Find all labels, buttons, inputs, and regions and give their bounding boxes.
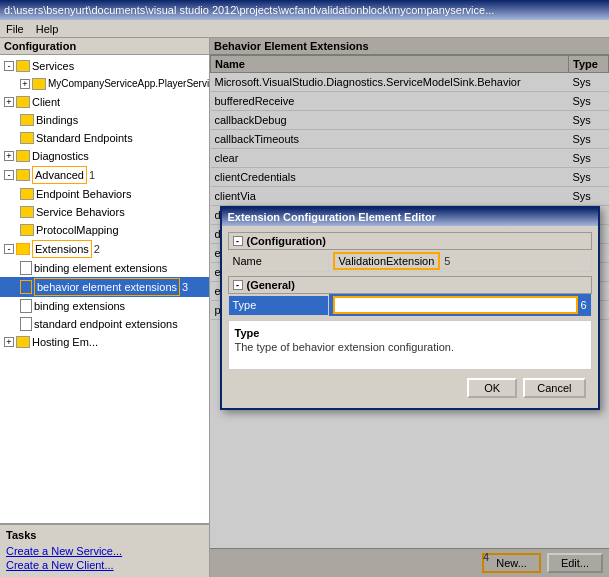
dialog-overlay: Extension Configuration Element Editor -… xyxy=(210,38,609,577)
file-icon-standardendpointext xyxy=(20,317,32,331)
tree-label-client: Client xyxy=(32,94,60,110)
badge-2: 2 xyxy=(94,241,100,257)
tree-endpointbehaviors[interactable]: Endpoint Behaviors xyxy=(0,185,209,203)
tree-label-bindingelements: binding element extensions xyxy=(34,260,167,276)
dialog: Extension Configuration Element Editor -… xyxy=(220,206,600,410)
expand-advanced[interactable]: - xyxy=(4,170,14,180)
tasks-panel: Tasks Create a New Service... Create a N… xyxy=(0,523,209,577)
expand-playerservice[interactable]: + xyxy=(20,79,30,89)
left-panel: Configuration - Services + MyCompanyServ… xyxy=(0,38,210,577)
tree-bindingelements[interactable]: binding element extensions xyxy=(0,259,209,277)
tree-label-bindingext: binding extensions xyxy=(34,298,125,314)
description-text: The type of behavior extension configura… xyxy=(235,341,585,353)
file-icon-bindingext xyxy=(20,299,32,313)
config-section-label: (Configuration) xyxy=(247,235,326,247)
expand-general[interactable]: - xyxy=(233,280,243,290)
expand-hostingenv[interactable]: + xyxy=(4,337,14,347)
right-panel: Behavior Element Extensions Name Type Mi… xyxy=(210,38,609,577)
folder-icon-servicebehaviors xyxy=(20,206,34,218)
expand-services[interactable]: - xyxy=(4,61,14,71)
menu-help[interactable]: Help xyxy=(34,23,61,35)
prop-type-label: Type xyxy=(229,296,329,315)
tree-label-behaviorelements: behavior element extensions xyxy=(34,278,180,296)
ok-button[interactable]: OK xyxy=(467,378,517,398)
tree-label-standardendpoints: Standard Endpoints xyxy=(36,130,133,146)
window: d:\users\bsenyurt\documents\visual studi… xyxy=(0,0,609,577)
folder-icon-standardendpoints xyxy=(20,132,34,144)
badge-1: 1 xyxy=(89,167,95,183)
tree-servicebehaviors[interactable]: Service Behaviors xyxy=(0,203,209,221)
prop-name-row: Name ValidationExtension 5 xyxy=(228,252,592,272)
prop-name-value: ValidationExtension 5 xyxy=(329,250,591,272)
expand-extensions[interactable]: - xyxy=(4,244,14,254)
tree-client[interactable]: + Client xyxy=(0,93,209,111)
menu-bar: File Help xyxy=(0,20,609,38)
tree-protocolmapping[interactable]: ProtocolMapping xyxy=(0,221,209,239)
general-section-label: (General) xyxy=(247,279,295,291)
tree-label-standardendpointext: standard endpoint extensions xyxy=(34,316,178,332)
file-icon-bindingelements xyxy=(20,261,32,275)
type-input[interactable] xyxy=(333,296,579,314)
tree-label-bindings: Bindings xyxy=(36,112,78,128)
tree-advanced[interactable]: - Advanced 1 xyxy=(0,165,209,185)
prop-name-label: Name xyxy=(229,252,329,271)
tasks-title: Tasks xyxy=(6,529,203,541)
description-title: Type xyxy=(235,327,585,339)
folder-icon-advanced xyxy=(16,169,30,181)
dialog-title: Extension Configuration Element Editor xyxy=(222,208,598,226)
cancel-button[interactable]: Cancel xyxy=(523,378,585,398)
tree-label-hostingenv: Hosting Em... xyxy=(32,334,98,350)
title-text: d:\users\bsenyurt\documents\visual studi… xyxy=(4,4,605,16)
folder-icon-services xyxy=(16,60,30,72)
title-bar: d:\users\bsenyurt\documents\visual studi… xyxy=(0,0,609,20)
prop-type-value[interactable]: 6 xyxy=(329,294,591,316)
create-client-link[interactable]: Create a New Client... xyxy=(6,559,203,571)
tree-hostingenv[interactable]: + Hosting Em... xyxy=(0,333,209,351)
tree-area: - Services + MyCompanyServiceApp.PlayerS… xyxy=(0,55,209,523)
tree-label-advanced: Advanced xyxy=(32,166,87,184)
prop-type-row: Type 6 xyxy=(228,296,592,316)
validation-ext-badge: ValidationExtension xyxy=(333,252,441,270)
config-panel-title: Configuration xyxy=(0,38,209,55)
dialog-buttons: OK Cancel xyxy=(228,374,592,402)
expand-client[interactable]: + xyxy=(4,97,14,107)
description-area: Type The type of behavior extension conf… xyxy=(228,320,592,370)
folder-icon-diagnostics xyxy=(16,150,30,162)
expand-diagnostics[interactable]: + xyxy=(4,151,14,161)
tree-label-services: Services xyxy=(32,58,74,74)
folder-icon-bindings xyxy=(20,114,34,126)
tree-label-extensions: Extensions xyxy=(32,240,92,258)
config-section-header: - (Configuration) xyxy=(228,232,592,250)
tree-services[interactable]: - Services xyxy=(0,57,209,75)
badge-5: 5 xyxy=(444,255,450,267)
folder-icon-extensions xyxy=(16,243,30,255)
folder-icon-playerservice xyxy=(32,78,46,90)
folder-icon-endpointbehaviors xyxy=(20,188,34,200)
tree-label-protocolmapping: ProtocolMapping xyxy=(36,222,119,238)
folder-icon-protocolmapping xyxy=(20,224,34,236)
tree-label-endpointbehaviors: Endpoint Behaviors xyxy=(36,186,131,202)
folder-icon-hostingenv xyxy=(16,336,30,348)
tree-playerservice[interactable]: + MyCompanyServiceApp.PlayerService xyxy=(0,75,209,93)
dialog-body: - (Configuration) Name ValidationExtensi… xyxy=(222,226,598,408)
tree-standardendpoints[interactable]: Standard Endpoints xyxy=(0,129,209,147)
tree-diagnostics[interactable]: + Diagnostics xyxy=(0,147,209,165)
tree-extensions[interactable]: - Extensions 2 xyxy=(0,239,209,259)
create-service-link[interactable]: Create a New Service... xyxy=(6,545,203,557)
tree-bindings[interactable]: Bindings xyxy=(0,111,209,129)
tree-behaviorelements[interactable]: behavior element extensions 3 xyxy=(0,277,209,297)
tree-bindingext[interactable]: binding extensions xyxy=(0,297,209,315)
badge-6: 6 xyxy=(580,299,586,311)
file-icon-behaviorelements xyxy=(20,280,32,294)
general-section-header: - (General) xyxy=(228,276,592,294)
tree-label-playerservice: MyCompanyServiceApp.PlayerService xyxy=(48,76,209,92)
tree-standardendpointext[interactable]: standard endpoint extensions xyxy=(0,315,209,333)
expand-config[interactable]: - xyxy=(233,236,243,246)
tree-label-servicebehaviors: Service Behaviors xyxy=(36,204,125,220)
menu-file[interactable]: File xyxy=(4,23,26,35)
folder-icon-client xyxy=(16,96,30,108)
tree-label-diagnostics: Diagnostics xyxy=(32,148,89,164)
badge-3: 3 xyxy=(182,279,188,295)
